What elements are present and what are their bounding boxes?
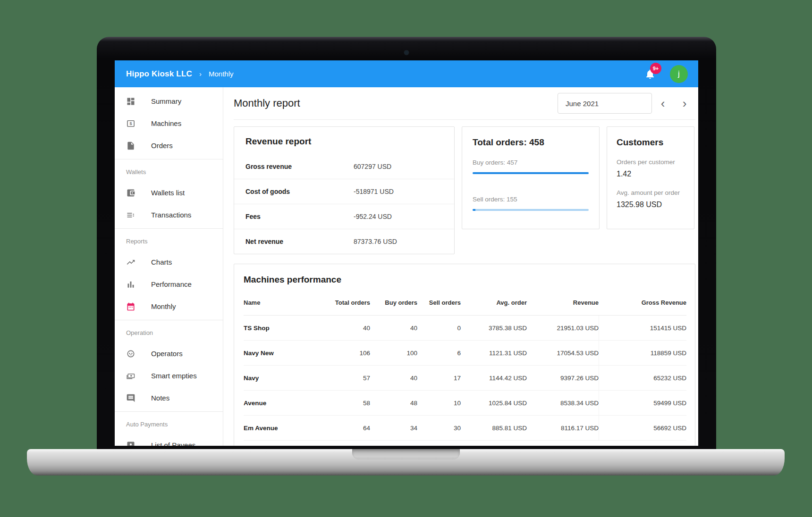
table-header-row: NameTotal ordersBuy ordersSell ordersAvg… bbox=[244, 290, 686, 316]
cell-gross-revenue: 56692 USD bbox=[599, 416, 686, 440]
sidebar-item-label: Operators bbox=[151, 350, 183, 358]
order-bar-group: Sell orders: 155 bbox=[473, 196, 589, 211]
cell-buy-orders: 40 bbox=[370, 325, 417, 332]
summary-cards-row: Revenue report Gross revenue607297 USDCo… bbox=[234, 126, 695, 254]
cell-revenue: 8538.34 USD bbox=[527, 400, 599, 407]
cell-name: TS Shop bbox=[244, 325, 328, 332]
sidebar-item-label: Charts bbox=[151, 258, 172, 266]
notifications-button[interactable]: 9+ bbox=[644, 68, 656, 80]
laptop-frame: Hippo Kiosk LLC › Monthly 9+ j Summary$M… bbox=[97, 37, 716, 449]
sidebar-section-label: Auto Payments bbox=[115, 414, 223, 434]
avatar[interactable]: j bbox=[670, 65, 688, 83]
cell-revenue: 17054.53 USD bbox=[527, 350, 599, 357]
sidebar-item-label: Summary bbox=[151, 97, 181, 105]
breadcrumb: Monthly bbox=[209, 70, 234, 78]
svg-text:$: $ bbox=[129, 121, 132, 126]
table-row[interactable]: TS Shop404003785.38 USD21951.03 USD15141… bbox=[244, 316, 686, 341]
cell-sell-orders: 30 bbox=[417, 425, 461, 432]
calendar-icon bbox=[126, 302, 135, 311]
cell-buy-orders: 48 bbox=[370, 400, 417, 407]
cell-gross-revenue: 59499 USD bbox=[599, 391, 686, 415]
order-bars: Buy orders: 457Sell orders: 155 bbox=[473, 159, 589, 211]
table-row[interactable]: Navy New10610061121.31 USD17054.53 USD11… bbox=[244, 341, 686, 366]
sidebar-item-performance[interactable]: Performance bbox=[115, 273, 223, 295]
month-selector-input[interactable]: June 2021 bbox=[558, 93, 652, 114]
cell-sell-orders: 0 bbox=[417, 325, 461, 332]
next-month-button[interactable]: › bbox=[674, 93, 695, 114]
table-row[interactable]: Em Avenue643430885.81 USD8116.17 USD5669… bbox=[244, 416, 686, 441]
notification-badge: 9+ bbox=[650, 63, 661, 74]
prev-month-button[interactable]: ‹ bbox=[652, 93, 674, 114]
cell-avg-order: 1121.31 USD bbox=[461, 350, 527, 357]
customer-metric-value: 1325.98 USD bbox=[617, 200, 685, 209]
sidebar-item-orders[interactable]: Orders bbox=[115, 134, 223, 157]
customers-title: Customers bbox=[617, 137, 685, 148]
cell-name: Avenue bbox=[244, 400, 328, 407]
table-row[interactable]: Navy5740171144.42 USD9397.26 USD65232 US… bbox=[244, 366, 686, 391]
smart-empties-icon bbox=[126, 371, 135, 381]
revenue-row-label: Cost of goods bbox=[245, 188, 290, 195]
sidebar-divider bbox=[115, 320, 223, 320]
app-body: Summary$MachinesOrdersWalletsWallets lis… bbox=[115, 87, 698, 446]
cell-sell-orders: 10 bbox=[417, 400, 461, 407]
sidebar-item-machines[interactable]: $Machines bbox=[115, 112, 223, 134]
customer-metrics: Orders per customer1.42Avg. amount per o… bbox=[617, 158, 685, 209]
column-header-buy-orders: Buy orders bbox=[370, 299, 417, 306]
sidebar-item-notes[interactable]: Notes bbox=[115, 387, 223, 409]
cell-total-orders: 40 bbox=[328, 325, 370, 332]
cell-name: Em Avenue bbox=[244, 425, 328, 432]
sidebar-section-label: Reports bbox=[115, 231, 223, 251]
column-header-avg-order: Avg. order bbox=[461, 299, 527, 306]
charts-icon bbox=[126, 258, 135, 267]
sidebar-item-label: Smart empties bbox=[151, 372, 197, 380]
sidebar-item-smart-empties[interactable]: Smart empties bbox=[115, 365, 223, 387]
sidebar-item-transactions[interactable]: Transactions bbox=[115, 204, 223, 226]
order-bar-group: Buy orders: 457 bbox=[473, 159, 589, 174]
sidebar-item-monthly[interactable]: Monthly bbox=[115, 295, 223, 317]
customer-metric-label: Orders per customer bbox=[617, 158, 685, 167]
payees-icon bbox=[126, 441, 135, 446]
breadcrumb-chevron-icon: › bbox=[199, 70, 202, 78]
chevron-left-icon: ‹ bbox=[661, 96, 665, 111]
performance-icon bbox=[126, 280, 135, 289]
cell-buy-orders: 100 bbox=[370, 350, 417, 357]
order-bar-label: Sell orders: 155 bbox=[473, 196, 589, 203]
sidebar-item-label: Performance bbox=[151, 280, 192, 288]
cell-total-orders: 106 bbox=[328, 350, 370, 357]
sidebar-item-operators[interactable]: Operators bbox=[115, 342, 223, 365]
revenue-rows: Gross revenue607297 USDCost of goods-518… bbox=[234, 154, 454, 254]
cell-sell-orders: 17 bbox=[417, 375, 461, 382]
sidebar-item-list-of-payees[interactable]: List of Payees bbox=[115, 434, 223, 446]
sidebar-item-label: Machines bbox=[151, 119, 181, 127]
table-row[interactable]: Avenue5848101025.84 USD8538.34 USD59499 … bbox=[244, 391, 686, 416]
main-content: Monthly report June 2021 ‹ › Revenue rep… bbox=[223, 87, 698, 446]
sidebar-divider bbox=[115, 228, 223, 229]
cell-revenue: 9397.26 USD bbox=[527, 375, 599, 382]
revenue-row: Fees-952.24 USD bbox=[234, 204, 454, 229]
cell-revenue: 21951.03 USD bbox=[527, 325, 599, 332]
machines-performance-card: Machines performance NameTotal ordersBuy… bbox=[234, 264, 695, 446]
sidebar-item-label: List of Payees bbox=[151, 441, 195, 446]
sidebar-item-summary[interactable]: Summary bbox=[115, 90, 223, 112]
column-header-gross-revenue: Gross Revenue bbox=[599, 299, 686, 306]
sidebar-item-label: Wallets list bbox=[151, 189, 185, 197]
customer-metric: Avg. amount per order1325.98 USD bbox=[617, 189, 685, 209]
sidebar-item-label: Notes bbox=[151, 394, 169, 402]
revenue-row-label: Gross revenue bbox=[245, 163, 292, 170]
column-header-revenue: Revenue bbox=[527, 299, 599, 306]
sidebar-nav: Summary$MachinesOrdersWalletsWallets lis… bbox=[115, 87, 223, 446]
sidebar-item-wallets-list[interactable]: Wallets list bbox=[115, 182, 223, 204]
laptop-base-notch bbox=[352, 449, 460, 459]
sidebar-item-charts[interactable]: Charts bbox=[115, 251, 223, 273]
order-progress-fill bbox=[473, 172, 589, 174]
cell-name: Navy bbox=[244, 375, 328, 382]
notes-icon bbox=[126, 393, 135, 403]
brand-title: Hippo Kiosk LLC bbox=[126, 69, 192, 79]
sidebar-item-label: Monthly bbox=[151, 302, 176, 310]
wallet-icon bbox=[126, 188, 135, 198]
cell-avg-order: 1144.42 USD bbox=[461, 375, 527, 382]
total-orders-title: Total orders: 458 bbox=[473, 137, 589, 148]
cell-total-orders: 57 bbox=[328, 375, 370, 382]
sidebar-item-label: Orders bbox=[151, 142, 173, 150]
transactions-icon bbox=[126, 210, 135, 220]
